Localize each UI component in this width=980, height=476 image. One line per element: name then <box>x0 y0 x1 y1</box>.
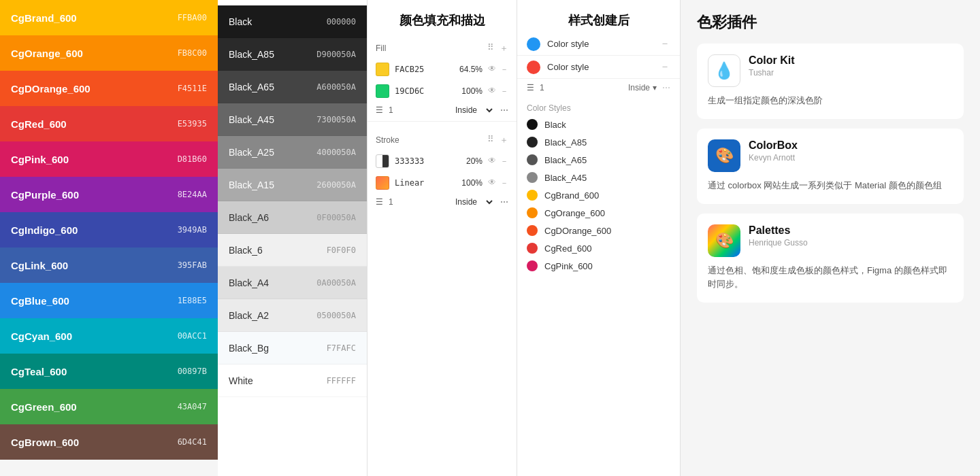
plugin-card-colorbox[interactable]: 🎨 ColorBox Kevyn Arnott 通过 colorbox 网站生成… <box>697 129 964 204</box>
plugin-card-palettes[interactable]: 🎨 Palettes Henrique Gusso 通过色相、饱和度生成色板的颜… <box>697 214 964 303</box>
plugin-card-top: 💧 Color Kit Tushar <box>708 54 953 87</box>
color-palette-item[interactable]: CgBrand_600 FFBA00 <box>0 0 218 35</box>
black-item-hex: 2600050A <box>316 180 356 190</box>
style-list-name: CgPink_600 <box>544 261 593 271</box>
black-item-name: Black_A45 <box>229 114 274 125</box>
color-palette-item[interactable]: CgBlue_600 1E88E5 <box>0 283 218 318</box>
color-palette-item[interactable]: CgOrange_600 FB8C00 <box>0 35 218 71</box>
black-shade-item[interactable]: Black_A15 2600050A <box>218 169 367 201</box>
style-list-item[interactable]: CgRed_600 <box>517 239 680 257</box>
black-shade-item[interactable]: Black_A6 0F00050A <box>218 201 367 234</box>
grid-icon-stroke[interactable]: ⠿ <box>487 134 494 146</box>
black-item-name: Black_A4 <box>229 277 269 288</box>
eye-icon-stroke-2[interactable]: 👁 <box>488 177 496 189</box>
styles-inside-num: 1 <box>540 83 623 92</box>
black-shade-item[interactable]: Black_6 F0F0F0 <box>218 234 367 267</box>
color-palette-item[interactable]: CgPurple_600 8E24AA <box>0 177 218 212</box>
black-item-hex: F7FAFC <box>327 343 356 353</box>
color-item-name: CgGreen_600 <box>11 401 77 413</box>
minus-icon-1[interactable]: － <box>500 64 508 75</box>
stroke-divider-icon: ☰ <box>376 197 383 207</box>
black-shade-item[interactable]: White FFFFFF <box>218 364 367 397</box>
minus-icon-stroke-1[interactable]: － <box>500 156 508 167</box>
style-list-item[interactable]: CgBrand_600 <box>517 186 680 204</box>
style-list-item[interactable]: CgPink_600 <box>517 257 680 275</box>
eye-icon-1[interactable]: 👁 <box>488 64 496 75</box>
color-palette-item[interactable]: CgCyan_600 00ACC1 <box>0 318 218 354</box>
black-item-name: Black_A6 <box>229 212 269 223</box>
color-item-hex: 3949AB <box>178 225 207 235</box>
minus-icon-2[interactable]: － <box>500 86 508 97</box>
color-palette-item[interactable]: CgDOrange_600 F4511E <box>0 71 218 106</box>
black-shade-item[interactable]: Black_A2 0500050A <box>218 299 367 332</box>
style-list-item[interactable]: Black <box>517 116 680 133</box>
fill-row-1-actions: 👁 － <box>488 64 508 75</box>
stroke-color-swatch-1[interactable] <box>376 154 389 168</box>
black-item-hex: 000000 <box>327 17 356 27</box>
style-list-item[interactable]: CgDOrange_600 <box>517 222 680 239</box>
color-palette-item[interactable]: CgPink_600 D81B60 <box>0 141 218 177</box>
color-palette-item[interactable]: CgBrown_600 6D4C41 <box>0 424 218 460</box>
black-item-hex: D900050A <box>316 50 356 59</box>
color-styles-panel: 样式创建后 Color style － Color style － ☰ 1 In… <box>517 0 681 476</box>
style-list-dot <box>527 119 538 130</box>
grid-icon[interactable]: ⠿ <box>487 42 494 54</box>
black-item-name: Black_Bg <box>229 343 269 354</box>
plugin-desc: 生成一组指定颜色的深浅色阶 <box>708 94 953 108</box>
stroke-divider-dots[interactable]: ⋯ <box>500 197 508 207</box>
styles-inside-dots[interactable]: ⋯ <box>662 83 670 92</box>
stroke-divider-row: ☰ 1 Inside Outside Center ⋯ <box>368 194 517 210</box>
black-shade-item[interactable]: Black_A45 7300050A <box>218 103 367 136</box>
color-item-hex: FB8C00 <box>178 48 207 58</box>
fill-row-2: 19CD6C 100% 👁 － <box>368 80 517 102</box>
minus-icon-stroke-2[interactable]: － <box>500 177 508 189</box>
black-shade-item[interactable]: Black_A65 A600050A <box>218 71 367 103</box>
style-list-name: CgOrange_600 <box>544 208 605 218</box>
color-item-name: CgCyan_600 <box>11 330 72 342</box>
fill-color-swatch-1[interactable] <box>376 63 389 76</box>
black-shade-item[interactable]: Black_A85 D900050A <box>218 38 367 71</box>
style-list-item[interactable]: Black_A65 <box>517 151 680 169</box>
stroke-divider-select[interactable]: Inside Outside Center <box>453 197 495 207</box>
fill-color-label-2: 19CD6C <box>395 86 451 96</box>
fill-color-swatch-2[interactable] <box>376 84 389 98</box>
color-style-minus-2[interactable]: － <box>659 60 670 74</box>
color-style-left-1: Color style <box>527 37 589 51</box>
eye-icon-stroke-1[interactable]: 👁 <box>488 156 496 167</box>
color-style-minus-1[interactable]: － <box>659 37 670 51</box>
plugin-card-top: 🎨 ColorBox Kevyn Arnott <box>708 139 953 172</box>
fill-divider-dots[interactable]: ⋯ <box>500 105 508 115</box>
style-list-item[interactable]: CgOrange_600 <box>517 204 680 222</box>
color-palette-item[interactable]: CgLink_600 395FAB <box>0 248 218 283</box>
color-item-hex: FFBA00 <box>178 13 207 22</box>
plugin-desc: 通过色相、饱和度生成色板的颜色样式，Figma 的颜色样式即时同步。 <box>708 264 953 292</box>
styles-inside-select[interactable]: Inside ▾ <box>628 83 657 92</box>
color-item-name: CgDOrange_600 <box>11 83 91 95</box>
color-style-text-1: Color style <box>547 39 589 49</box>
color-palette-item[interactable]: CgTeal_600 00897B <box>0 354 218 389</box>
eye-icon-2[interactable]: 👁 <box>488 86 496 97</box>
fill-divider-select[interactable]: Inside Outside Center <box>453 105 495 116</box>
add-fill-button[interactable]: ＋ <box>500 42 508 54</box>
black-shade-item[interactable]: Black_A25 4000050A <box>218 136 367 169</box>
stroke-color-swatch-2[interactable] <box>376 176 389 190</box>
plugin-author: Henrique Gusso <box>749 238 953 248</box>
color-style-row-1: Color style － <box>517 33 680 56</box>
style-list-item[interactable]: Black_A45 <box>517 169 680 186</box>
fill-panel-header: 颜色填充和描边 <box>368 0 517 33</box>
add-stroke-button[interactable]: ＋ <box>500 134 508 146</box>
color-palette-item[interactable]: CgRed_600 E53935 <box>0 106 218 141</box>
black-shade-item[interactable]: Black_A4 0A00050A <box>218 267 367 299</box>
color-style-left-2: Color style <box>527 61 589 74</box>
plugin-author: Kevyn Arnott <box>749 153 953 163</box>
black-shade-item[interactable]: Black_Bg F7FAFC <box>218 332 367 364</box>
styles-list: Black Black_A85 Black_A65 Black_A45 CgBr… <box>517 116 680 275</box>
black-item-name: Black_A2 <box>229 310 269 321</box>
color-palette-item[interactable]: CgIndigo_600 3949AB <box>0 212 218 248</box>
black-shade-item[interactable]: Black 000000 <box>218 5 367 38</box>
style-list-item[interactable]: Black_A85 <box>517 133 680 151</box>
color-palette-item[interactable]: CgGreen_600 43A047 <box>0 389 218 424</box>
color-style-dot-2 <box>527 61 540 74</box>
style-list-name: Black <box>544 120 566 130</box>
plugin-card-colorkit[interactable]: 💧 Color Kit Tushar 生成一组指定颜色的深浅色阶 <box>697 44 964 119</box>
